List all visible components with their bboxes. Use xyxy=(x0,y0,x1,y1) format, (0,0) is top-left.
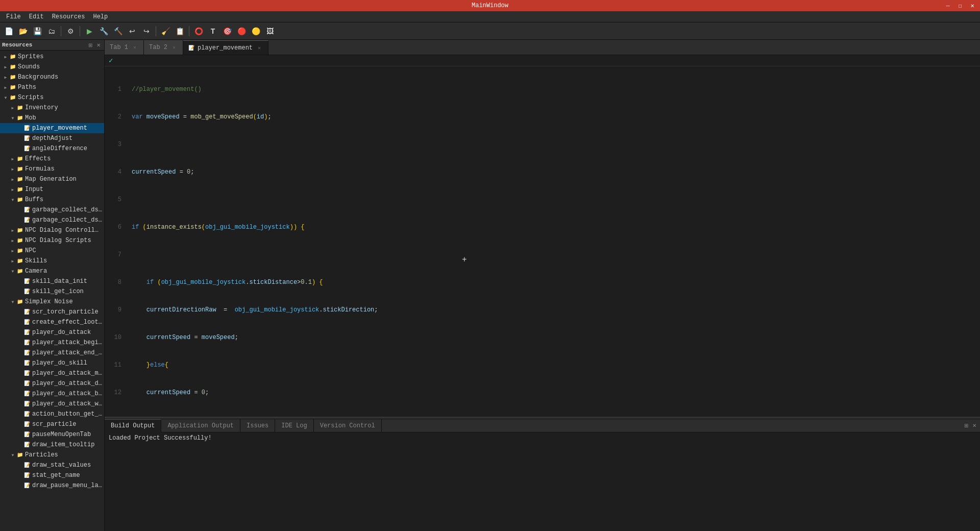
menu-file[interactable]: File xyxy=(2,12,25,21)
target-btn[interactable]: 🎯 xyxy=(220,25,234,38)
sidebar-item-player-do-attack-bow[interactable]: 📝 player_do_attack_bow xyxy=(0,389,104,399)
scr-torch-particle-icon: 📝 xyxy=(23,308,31,316)
sidebar-item-skill-get-icon[interactable]: 📝 skill_get_icon xyxy=(0,286,104,297)
sidebar-item-depth-adjust[interactable]: 📝 depthAdjust xyxy=(0,133,104,143)
debug-btn[interactable]: 🔧 xyxy=(97,25,110,38)
sidebar-item-player-attack-end-aim[interactable]: 📝 player_attack_end_aim xyxy=(0,348,104,358)
titlebar: MainWindow ─ □ ✕ xyxy=(0,0,980,11)
sidebar-item-mob[interactable]: ▼ 📁 Mob xyxy=(0,113,104,123)
sidebar-expand-btn[interactable]: ⊞ xyxy=(87,41,94,49)
clean-btn[interactable]: 🧹 xyxy=(159,25,172,38)
color1-btn[interactable]: 🔴 xyxy=(235,25,248,38)
draw-stat-values-label: draw_stat_values xyxy=(32,462,102,469)
sidebar-item-garbage-ds-list[interactable]: 📝 garbage_collect_ds_list xyxy=(0,205,104,215)
minimize-button[interactable]: ─ xyxy=(942,1,953,10)
sidebar-close-btn[interactable]: ✕ xyxy=(95,41,102,49)
tab-tab1[interactable]: Tab 1 ✕ xyxy=(105,40,144,55)
sidebar-item-angle-difference[interactable]: 📝 angleDifference xyxy=(0,143,104,154)
skill-data-init-arrow xyxy=(16,278,23,285)
tab-player-movement[interactable]: 📝 player_movement ✕ xyxy=(183,40,268,55)
sidebar-item-formulas[interactable]: ▶ 📁 Formulas xyxy=(0,164,104,174)
save-all-btn[interactable]: 🗂 xyxy=(45,25,58,38)
sidebar-item-draw-item-tooltip[interactable]: 📝 draw_item_tooltip xyxy=(0,440,104,450)
sidebar-item-player-do-skill[interactable]: 📝 player_do_skill xyxy=(0,358,104,368)
draw-pause-menu-label-arrow xyxy=(16,482,23,489)
create-effect-loot-arrow xyxy=(16,319,23,326)
sidebar-item-sprites[interactable]: ▶ 📁 Sprites xyxy=(0,52,104,62)
sidebar-item-skills[interactable]: ▶ 📁 Skills xyxy=(0,256,104,266)
save-btn[interactable]: 💾 xyxy=(31,25,44,38)
sidebar-item-simplex-noise[interactable]: ▼ 📁 Simplex Noise xyxy=(0,297,104,307)
sidebar-item-player-movement[interactable]: 📝 player_movement xyxy=(0,123,104,133)
sidebar-item-create-effect-loot[interactable]: 📝 create_effect_lootText xyxy=(0,317,104,327)
sidebar-item-buffs[interactable]: ▼ 📁 Buffs xyxy=(0,195,104,205)
sidebar-item-scripts[interactable]: ▼ 📁 Scripts xyxy=(0,92,104,103)
circle-btn[interactable]: ⭕ xyxy=(192,25,205,38)
sidebar-item-particles[interactable]: ▼ 📁 Particles xyxy=(0,450,104,460)
sidebar-item-scr-particle[interactable]: 📝 scr_particle xyxy=(0,419,104,429)
sidebar-item-sounds[interactable]: ▶ 📁 Sounds xyxy=(0,62,104,72)
sidebar-item-player-do-attack-melee[interactable]: 📝 player_do_attack_melee xyxy=(0,368,104,378)
sidebar-item-pause-menu-open-tab[interactable]: 📝 pauseMenuOpenTab xyxy=(0,429,104,440)
sidebar-item-player-do-attack-wand[interactable]: 📝 player_do_attack_wand xyxy=(0,399,104,409)
sidebar-item-scr-torch-particle[interactable]: 📝 scr_torch_particle xyxy=(0,307,104,317)
maximize-button[interactable]: □ xyxy=(954,1,966,10)
output-tab-ide-log[interactable]: IDE Log xyxy=(275,419,313,432)
sidebar-item-stat-get-name[interactable]: 📝 stat_get_name xyxy=(0,470,104,480)
redo-btn[interactable]: ↪ xyxy=(140,25,153,38)
sidebar-item-skill-data-init[interactable]: 📝 skill_data_init xyxy=(0,276,104,286)
sidebar-item-player-attack-begin-aim[interactable]: 📝 player_attack_begin_aim xyxy=(0,337,104,348)
text-btn[interactable]: T xyxy=(206,25,219,38)
tab1-close[interactable]: ✕ xyxy=(131,44,138,51)
output-expand-btn[interactable]: ⊞ xyxy=(963,422,970,429)
tab2-close[interactable]: ✕ xyxy=(170,44,178,51)
sidebar-item-camera[interactable]: ▼ 📁 Camera xyxy=(0,266,104,276)
tab1-label: Tab 1 xyxy=(110,44,128,51)
menu-help[interactable]: Help xyxy=(89,12,112,21)
sidebar-item-inventory[interactable]: ▶ 📁 Inventory xyxy=(0,103,104,113)
sidebar-item-effects[interactable]: ▶ 📁 Effects xyxy=(0,154,104,164)
close-button[interactable]: ✕ xyxy=(967,1,978,10)
undo-btn[interactable]: ↩ xyxy=(126,25,139,38)
npc-dialog-scripts-arrow: ▶ xyxy=(9,237,16,244)
input-folder-icon: 📁 xyxy=(16,186,23,193)
depth-adjust-label: depthAdjust xyxy=(32,135,102,142)
copy-btn[interactable]: 📋 xyxy=(173,25,186,38)
sidebar-item-input[interactable]: ▶ 📁 Input xyxy=(0,184,104,195)
menu-edit[interactable]: Edit xyxy=(25,12,48,21)
settings-btn[interactable]: ⚙ xyxy=(64,25,77,38)
new-file-btn[interactable]: 📄 xyxy=(2,25,15,38)
tab-tab2[interactable]: Tab 2 ✕ xyxy=(144,40,183,55)
sidebar-item-action-button-get-angle[interactable]: 📝 action_button_get_angle xyxy=(0,409,104,419)
code-editor[interactable]: 1//player_movement() 2var moveSpeed = mo… xyxy=(105,66,980,417)
menu-resources[interactable]: Resources xyxy=(48,12,89,21)
particles-arrow: ▼ xyxy=(9,451,16,458)
sidebar-item-garbage-ds-map[interactable]: 📝 garbage_collect_ds_map xyxy=(0,215,104,225)
run-btn[interactable]: ▶ xyxy=(83,25,96,38)
img-btn[interactable]: 🖼 xyxy=(263,25,277,38)
player-attack-end-aim-label: player_attack_end_aim xyxy=(32,349,102,356)
sidebar-item-draw-stat-values[interactable]: 📝 draw_stat_values xyxy=(0,460,104,470)
sidebar-item-backgrounds[interactable]: ▶ 📁 Backgrounds xyxy=(0,72,104,82)
color2-btn[interactable]: 🟡 xyxy=(249,25,262,38)
editor-container[interactable]: 1//player_movement() 2var moveSpeed = mo… xyxy=(105,66,980,417)
output-close-btn[interactable]: ✕ xyxy=(971,422,978,429)
sprites-arrow: ▶ xyxy=(2,53,9,60)
sidebar-item-draw-pause-menu-label[interactable]: 📝 draw_pause_menu_label xyxy=(0,480,104,491)
output-tab-build[interactable]: Build Output xyxy=(105,419,161,432)
output-tab-version-control[interactable]: Version Control xyxy=(314,419,382,432)
build-btn[interactable]: 🔨 xyxy=(111,25,125,38)
sidebar-item-npc-dialog-controller[interactable]: ▶ 📁 NPC Dialog Controller xyxy=(0,225,104,235)
sidebar-item-player-do-attack[interactable]: 📝 player_do_attack xyxy=(0,327,104,337)
player-movement-tab-close[interactable]: ✕ xyxy=(256,44,263,52)
player-do-skill-arrow xyxy=(16,359,23,367)
output-panel-controls: ⊞ ✕ xyxy=(963,422,978,429)
sidebar-item-npc-dialog-scripts[interactable]: ▶ 📁 NPC Dialog Scripts xyxy=(0,235,104,246)
output-tab-issues[interactable]: Issues xyxy=(240,419,275,432)
sidebar-item-map-generation[interactable]: ▶ 📁 Map Generation xyxy=(0,174,104,184)
sidebar-item-player-do-attack-dagger[interactable]: 📝 player_do_attack_dagger xyxy=(0,378,104,389)
open-btn[interactable]: 📂 xyxy=(16,25,30,38)
output-tab-application[interactable]: Application Output xyxy=(161,419,240,432)
sidebar-item-npc[interactable]: ▶ 📁 NPC xyxy=(0,246,104,256)
sidebar-item-paths[interactable]: ▶ 📁 Paths xyxy=(0,82,104,92)
